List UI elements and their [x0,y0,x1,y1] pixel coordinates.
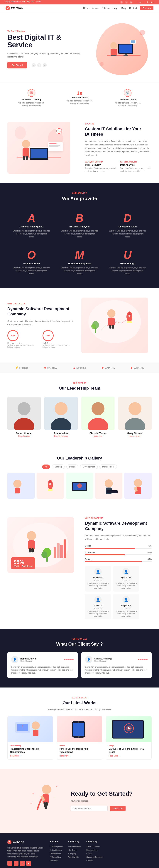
work-tag-1: Transforming [10,745,50,747]
team-photo-3 [81,397,115,430]
cta-svg: ✦ ✦ ✦ ✦ [26,780,63,821]
gallery-item-4 [95,473,122,499]
svg-point-5 [110,42,117,49]
work-link-2[interactable]: Read More → [59,755,100,757]
feature-computer-vision: 1s Computer Vision We offer software dev… [66,90,93,105]
work-svg-2 [61,718,98,740]
cta-illustration: ✦ ✦ ✦ ✦ [26,780,63,822]
brain-icon: 🧠 [27,88,36,98]
footer-company1-item-3[interactable]: Company [69,852,81,855]
nav-link-contact[interactable]: Contact [129,7,137,9]
gallery-tab-development[interactable]: Development [80,465,97,469]
gallery-tab-all[interactable]: All [42,465,50,469]
hero-social-in[interactable]: in [43,63,47,67]
footer-social-f[interactable]: f [7,861,12,866]
skills-team-member-4: 👤 Inoqpui TJS UI Designer A devoted way … [113,594,139,620]
stat-ml: 90% Machine Learning We have a proven re… [7,330,39,348]
nav-link-solution[interactable]: Solution [102,7,110,9]
service-ai: A Artificial Intelligence We offer a ful… [9,209,54,242]
service-ux-letter: U [109,249,146,261]
work-info-2: Mobile How to Use the Mobile App Typogra… [57,742,102,760]
nav-link-home[interactable]: Home [83,7,89,9]
stat-support-desc: We have a proven record of team in build… [43,344,74,348]
svg-text:📡: 📡 [126,91,129,95]
gallery-tab-design[interactable]: Design [66,465,78,469]
hero-social-icons: f t in [32,63,47,67]
hero-illustration [85,23,152,75]
footer-logo-text: Webtion [12,841,24,844]
gallery-tab-management[interactable]: Management [100,465,117,469]
footer-social-in[interactable]: in [20,861,25,866]
hero-social-t[interactable]: t [37,63,41,67]
footer-company2-item-4[interactable]: Careers & Bonuses [86,856,103,858]
gallery-tab-loading[interactable]: Loading [52,465,65,469]
footer-company2-item-1[interactable]: About Company [86,845,103,847]
company-stats: 90% Machine Learning We have a proven re… [7,330,74,348]
svg-point-53 [91,402,105,415]
team-photo-4 [118,397,152,430]
about-description: We innovate and dynamic software solutio… [85,140,152,157]
footer-social-t[interactable]: t [14,861,18,866]
footer-service-item-3[interactable]: Development [50,852,63,855]
footer-logo-icon: W [7,840,11,844]
footer-company2-item-2[interactable]: Bco Locations [86,849,103,851]
feature-iot: 📡 Online Of Things We offer software dev… [114,88,142,107]
nav-link-blog[interactable]: Blog [121,7,126,9]
hero-cta-button[interactable]: Get Started [7,62,27,68]
company-img [81,298,148,353]
partners-row: ⚡ Finance ◆ CAPITAL ▲ Defining ◆ CAPITAL… [0,363,159,373]
service-ux: U UX/UI Design We offer a full developme… [106,246,150,279]
footer-company1-item-4[interactable]: What We Do [69,856,81,858]
progress-design-val: 75% [148,545,152,547]
gallery-section: Our Leadership Gallery All Loading Desig… [0,446,159,508]
footer-company2-item-5[interactable]: Contact [86,860,103,862]
work-link-1[interactable]: Read More → [10,755,50,757]
skills-member-2-desc: A devoted way to stimulate a dubious way… [115,582,137,589]
hero-social-f[interactable]: f [32,63,36,67]
nav-link-about[interactable]: About [92,7,98,9]
company-illustration [81,298,152,353]
footer-company2-item-3[interactable]: Clients [86,852,103,855]
footer-company1-item-1[interactable]: Documentation [69,845,81,847]
footer-col-service-title: Service [50,840,63,843]
progress-support-fill [85,561,142,562]
top-bar-register[interactable]: Register [147,1,154,3]
testimonial-2-stars: ★★★★★ [138,658,148,661]
team-member-2-role: Project Manager [44,435,78,437]
svg-point-56 [128,402,142,415]
work-link-3[interactable]: Read More → [109,755,149,757]
cta-subscribe-button[interactable]: Subscribe [110,806,125,811]
svg-rect-75 [28,540,35,550]
footer-service-item-2[interactable]: Cyber Security [50,849,63,851]
top-bar-login[interactable]: Login [137,1,141,3]
company-svg [85,298,144,349]
cta-email-input[interactable] [71,806,108,811]
footer-social: f t in ▶ [7,861,44,866]
nav-link-page[interactable]: Page [113,7,118,9]
footer-service-item-5[interactable]: About Us [50,860,63,862]
skills-title: Dynamic Software Development Company [85,521,152,531]
footer-social-yt[interactable]: ▶ [26,861,31,866]
footer-service-item-4[interactable]: IT Consulting [50,856,63,858]
skills-member-4-avatar: 👤 [122,596,130,603]
svg-point-70 [134,479,142,487]
progress-design-fill [85,548,135,549]
about-tag: SPECIAL [85,123,152,125]
skills-team-member-1: 👤 InnopolisV2 UI Designer A devoted way … [85,566,111,592]
service-online-letter: O [13,249,50,261]
svg-point-93 [78,736,80,738]
team-member-4-role: Finance & C.T. [118,435,152,437]
footer-company1-item-2[interactable]: Our Team [69,849,81,851]
service-bigdata-title: Big Data Analysis [61,225,98,228]
work-title-1: Transforming Challenges in Opportunities [10,747,50,754]
service-dedicated-desc: We offer a full development cycle, a one… [109,229,146,238]
nav-cta-button[interactable]: Buy Now [140,6,154,10]
services-tag: OUR SERVICE [7,192,152,194]
testimonials-grid: 👤 Ramell Andrea CEO, Company ★★★★★ Compl… [7,652,152,678]
skills-member-4-desc: A devoted way to stimulate a dubious way… [115,610,137,617]
stat-ml-desc: We have a proven record of team in build… [7,344,39,348]
footer-service-item-1[interactable]: IT Management [50,845,63,847]
svg-point-99 [42,785,51,794]
services-header: OUR SERVICE We Are provide [7,192,152,202]
service-dedicated-letter: D [109,213,146,224]
